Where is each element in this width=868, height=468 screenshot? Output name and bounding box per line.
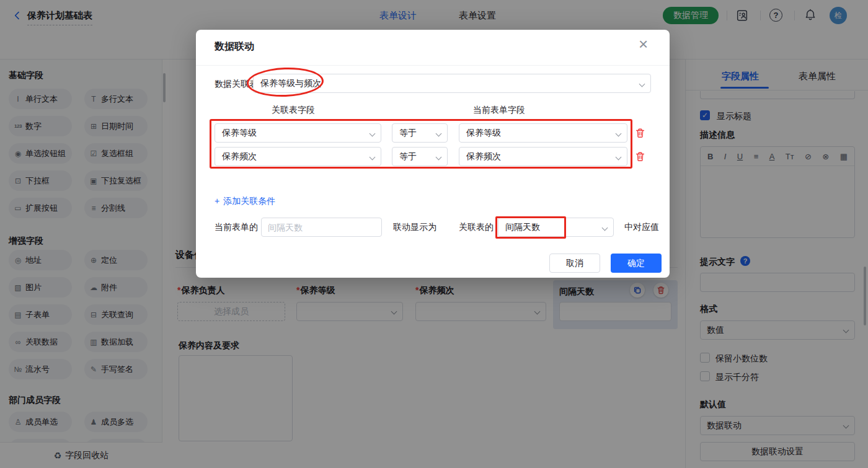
- target-field-input[interactable]: [261, 218, 382, 237]
- condition-row1-right-select[interactable]: 保养等级: [459, 123, 627, 143]
- delete-condition-row1-icon[interactable]: [635, 128, 645, 138]
- chevron-down-icon: [616, 154, 622, 161]
- relation-table-label: 数据关联表: [215, 79, 258, 90]
- confirm-button[interactable]: 确定: [611, 254, 662, 273]
- column-header-left: 关联表字段: [272, 105, 315, 116]
- corresponding-value-label: 中对应值: [624, 222, 659, 233]
- add-condition-link[interactable]: +添加关联条件: [215, 196, 275, 207]
- current-form-prefix-label: 当前表单的: [215, 222, 258, 233]
- relation-table-of-label: 关联表的: [459, 222, 494, 233]
- relation-table-value: 保养等级与频次: [260, 78, 321, 89]
- chevron-down-icon: [616, 131, 622, 137]
- chevron-down-icon: [639, 81, 645, 87]
- chevron-down-icon: [436, 154, 442, 161]
- chevron-down-icon: [602, 225, 608, 231]
- chevron-down-icon: [436, 131, 442, 137]
- source-field-select[interactable]: 间隔天数: [498, 218, 614, 237]
- column-header-right: 当前表单字段: [473, 105, 525, 116]
- delete-condition-row2-icon[interactable]: [635, 151, 645, 162]
- plus-icon: +: [215, 196, 219, 206]
- condition-row1-operator-select[interactable]: 等于: [392, 123, 448, 143]
- relation-table-select[interactable]: 保养等级与频次: [253, 74, 651, 93]
- condition-row2-right-select[interactable]: 保养频次: [459, 147, 627, 166]
- cancel-button[interactable]: 取消: [549, 254, 600, 273]
- chevron-down-icon: [370, 131, 376, 137]
- modal-title: 数据联动: [215, 40, 254, 53]
- condition-row2-left-select[interactable]: 保养频次: [215, 147, 381, 166]
- app-root: 保养计划基础表 表单设计 表单设置 数据管理 ? 检 ⊘ 表单外链 </> 后端…: [0, 0, 868, 468]
- chevron-down-icon: [370, 154, 376, 161]
- condition-row2-operator-select[interactable]: 等于: [392, 147, 448, 166]
- source-field-value: 间隔天数: [505, 222, 540, 233]
- divider: [196, 65, 670, 66]
- data-linkage-modal: 数据联动 × 数据关联表 保养等级与频次 关联表字段 当前表单字段 保养等级 等…: [196, 30, 670, 278]
- condition-row1-left-select[interactable]: 保养等级: [215, 123, 381, 143]
- close-icon[interactable]: ×: [639, 35, 648, 54]
- linkage-display-label: 联动显示为: [393, 222, 436, 233]
